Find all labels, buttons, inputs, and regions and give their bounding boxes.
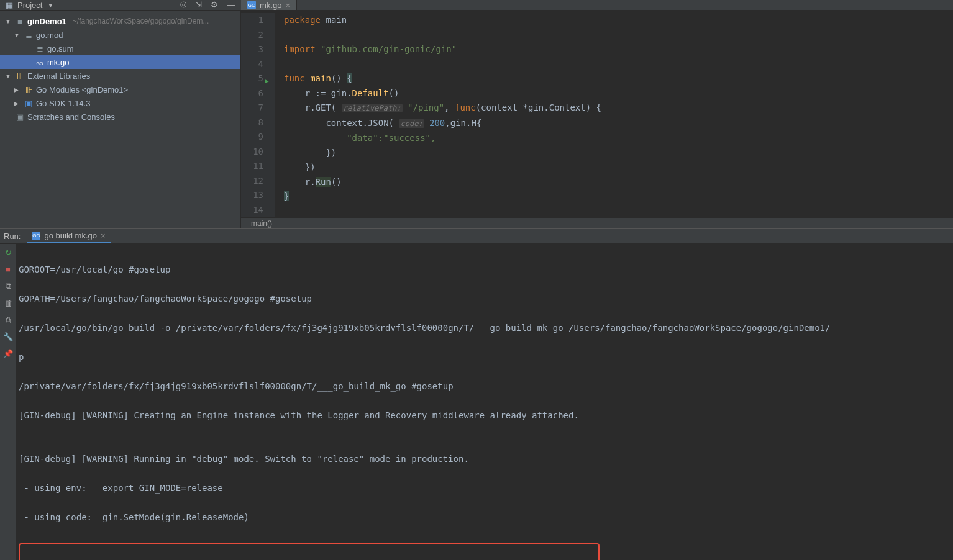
chevron-down-icon[interactable]: ▼ [5, 18, 12, 25]
ext-lib-label: External Libraries [27, 71, 90, 81]
console-line: p [19, 350, 951, 365]
tree-ext-libs[interactable]: ▼ ⊪ External Libraries [0, 69, 240, 83]
root-name: ginDemo1 [27, 17, 66, 26]
locate-icon[interactable]: ⦾ [180, 0, 186, 10]
mkgo-label: mk.go [47, 58, 69, 67]
project-tool-header: ▦ Project ▼ ⦾ ⇲ ⚙ — [0, 0, 241, 10]
go-sdk-label: Go SDK 1.14.3 [36, 99, 90, 108]
trash-icon[interactable]: 🗑 [4, 299, 12, 308]
scratches-icon: ▣ [15, 112, 25, 122]
console-line: /private/var/folders/fx/fj3g4jg919xb05kr… [19, 379, 951, 394]
run-tab[interactable]: GO go build mk.go × [27, 229, 110, 243]
line-no: 11 [241, 159, 263, 174]
console-line: [GIN-debug] [WARNING] Running in "debug"… [19, 452, 951, 467]
tree-mkgo[interactable]: GO mk.go [0, 55, 240, 69]
console-line: - using code: gin.SetMode(gin.ReleaseMod… [19, 510, 951, 525]
run-side-toolbar: ↻ ■ ⧉ 🗑 ⎙ 🔧 📌 [0, 244, 16, 560]
file-icon: ≣ [35, 44, 45, 53]
breadcrumb[interactable]: main() [241, 217, 953, 228]
go-file-icon: GO [35, 58, 45, 67]
sdk-icon: ▣ [24, 99, 34, 108]
top-toolbar: ▦ Project ▼ ⦾ ⇲ ⚙ — GO mk.go × [0, 0, 953, 11]
line-no: 3 [241, 42, 263, 57]
line-no: 5 [241, 71, 263, 86]
line-no: 10 [241, 145, 263, 160]
line-no: 4 [241, 57, 263, 72]
close-icon[interactable]: × [101, 231, 106, 240]
line-no: 12 [241, 174, 263, 189]
console-line: GOPATH=/Users/fangchao/fangchaoWorkSpace… [19, 292, 951, 307]
chevron-down-icon[interactable]: ▼ [5, 73, 12, 79]
console-line: /usr/local/go/bin/go build -o /private/v… [19, 321, 951, 336]
chevron-right-icon[interactable]: ▶ [14, 86, 21, 93]
folder-icon: ■ [15, 17, 25, 26]
code-text[interactable]: package main import "github.com/gin-goni… [275, 13, 601, 217]
run-tool-header: Run: GO go build mk.go × [0, 228, 953, 244]
run-tab-label: go build mk.go [44, 231, 97, 240]
tree-go-modules[interactable]: ▶ ⊪ Go Modules <ginDemo1> [0, 83, 240, 96]
main-split: ▼ ■ ginDemo1 ~/fangchaoWorkSpace/gogogo/… [0, 11, 953, 228]
console-line: GOROOT=/usr/local/go #gosetup [19, 263, 951, 278]
tree-scratches[interactable]: ▣ Scratches and Consoles [0, 110, 240, 124]
project-tree: ▼ ■ ginDemo1 ~/fangchaoWorkSpace/gogogo/… [0, 11, 240, 127]
tree-root[interactable]: ▼ ■ ginDemo1 ~/fangchaoWorkSpace/gogogo/… [0, 14, 240, 28]
line-no: 8 [241, 115, 263, 130]
root-path: ~/fangchaoWorkSpace/gogogo/ginDem... [73, 17, 209, 25]
line-no: 7 [241, 101, 263, 115]
print-icon[interactable]: ⎙ [6, 315, 11, 325]
breadcrumb-item: main() [251, 219, 272, 228]
wrench-icon[interactable]: 🔧 [3, 332, 13, 341]
editor-area: 1 2 3 4 5 6 7 8 9 10 11 12 13 14 ▶ packa… [241, 11, 953, 228]
go-file-icon: GO [32, 232, 40, 240]
hide-icon[interactable]: — [227, 0, 235, 10]
gear-icon[interactable]: ⚙ [211, 0, 218, 10]
tree-go-sdk[interactable]: ▶ ▣ Go SDK 1.14.3 [0, 96, 240, 110]
rerun-icon[interactable]: ↻ [5, 248, 12, 257]
chevron-right-icon[interactable]: ▶ [14, 100, 21, 107]
library-icon: ⊪ [15, 71, 25, 81]
gomod-label: go.mod [36, 30, 63, 40]
tree-gomod[interactable]: ▼ ≣ go.mod [0, 28, 240, 42]
go-modules-label: Go Modules <ginDemo1> [36, 85, 128, 94]
console-line: - using env: export GIN_MODE=release [19, 481, 951, 496]
dropdown-icon[interactable]: ▼ [46, 2, 55, 9]
line-gutter: 1 2 3 4 5 6 7 8 9 10 11 12 13 14 ▶ [241, 13, 275, 217]
run-label: Run: [4, 232, 21, 241]
stop-icon[interactable]: ■ [6, 264, 11, 274]
project-toolbar-icons: ⦾ ⇲ ⚙ — [180, 0, 235, 10]
console-line: [GIN-debug] [WARNING] Creating an Engine… [19, 409, 951, 423]
code-area[interactable]: 1 2 3 4 5 6 7 8 9 10 11 12 13 14 ▶ packa… [241, 11, 953, 217]
go-file-icon: GO [247, 1, 256, 9]
file-icon: ≣ [24, 30, 34, 40]
tree-gosum[interactable]: ≣ go.sum [0, 42, 240, 55]
tab-mk-go[interactable]: GO mk.go × [241, 0, 297, 10]
pin-icon[interactable]: 📌 [3, 349, 13, 358]
run-gutter-icon[interactable]: ▶ [265, 74, 269, 89]
expand-icon[interactable]: ⇲ [195, 0, 202, 10]
highlighted-output-box: GIN-debug] GET /ping --> main.main.func1… [19, 543, 600, 560]
layout-icon[interactable]: ⧉ [6, 281, 11, 291]
console-output[interactable]: GOROOT=/usr/local/go #gosetup GOPATH=/Us… [16, 244, 953, 560]
chevron-down-icon[interactable]: ▼ [14, 32, 21, 38]
tab-label: mk.go [260, 1, 281, 10]
scratches-label: Scratches and Consoles [27, 112, 115, 122]
close-icon[interactable]: × [285, 1, 290, 10]
line-no: 13 [241, 188, 263, 203]
line-no: 9 [241, 130, 263, 145]
project-view-icon: ▦ [5, 1, 14, 10]
project-label[interactable]: Project [17, 1, 42, 10]
library-icon: ⊪ [24, 85, 34, 94]
gosum-label: go.sum [47, 44, 74, 53]
line-no: 6 [241, 86, 263, 101]
run-tool-body: ↻ ■ ⧉ 🗑 ⎙ 🔧 📌 GOROOT=/usr/local/go #gose… [0, 244, 953, 560]
editor-tab-bar: GO mk.go × [241, 0, 297, 10]
line-no: 14 [241, 203, 263, 218]
line-no: 2 [241, 28, 263, 43]
project-panel: ▼ ■ ginDemo1 ~/fangchaoWorkSpace/gogogo/… [0, 11, 241, 228]
line-no: 1 [241, 13, 263, 28]
